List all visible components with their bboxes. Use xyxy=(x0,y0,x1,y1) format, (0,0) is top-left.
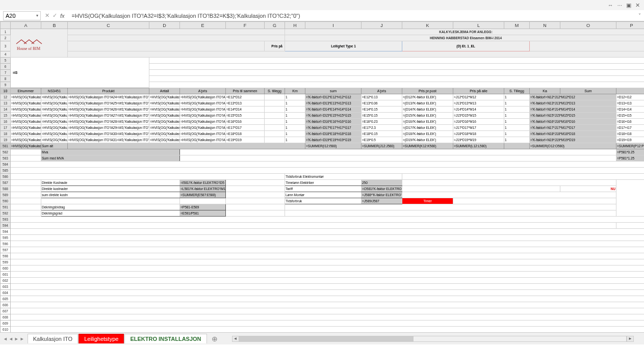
row-header[interactable]: 9 xyxy=(1,82,11,88)
cell[interactable]: =E16*0.23 xyxy=(362,119,402,125)
row-header[interactable]: 596 xyxy=(1,241,11,247)
cell[interactable] xyxy=(180,149,616,155)
cell[interactable]: =E15*D15 xyxy=(226,113,265,119)
right-block-value[interactable]: =J588*'K-faktor ELEKTRO'!B xyxy=(362,192,402,198)
cell[interactable]: =HVIS(OG('Kalkulasj xyxy=(11,131,41,137)
cell[interactable] xyxy=(226,210,285,217)
col-header[interactable]: N xyxy=(530,22,560,29)
cell[interactable]: =D18+I18 xyxy=(616,131,645,137)
cell[interactable]: =HVIS(OG('Kalkulasj xyxy=(149,125,180,131)
sheet-tab-kalkulasjon[interactable]: Kalkulasjon ITO xyxy=(28,334,78,343)
cell[interactable]: =E13*D13 xyxy=(226,100,265,107)
cell[interactable]: =HVIS(OG('Kalkulasj xyxy=(149,94,180,100)
cell[interactable]: =D19+I19 xyxy=(616,137,645,143)
column-headers[interactable]: A B C D E F G H I J K L M N O P xyxy=(1,22,645,29)
cell[interactable]: =E17*2.3 xyxy=(362,125,402,131)
cell[interactable]: =HVIS(OG('Kalkulasj xyxy=(11,137,41,143)
cell[interactable] xyxy=(11,272,645,278)
cell[interactable]: =(D19/'K-faktor ELEK') xyxy=(402,137,453,143)
left-block-value[interactable]: =P581-E589 xyxy=(180,204,226,210)
cell[interactable]: =HVIS(OG('Kalkulasj xyxy=(149,131,180,137)
cell[interactable]: =HVIS(OG('Kalkulasj xyxy=(149,119,180,125)
cell[interactable]: ='K-faktor!=D15*E15*H15*G15 xyxy=(305,113,362,119)
right-block-value[interactable]: 250 xyxy=(362,180,402,186)
select-all-corner[interactable] xyxy=(1,22,11,29)
cell[interactable]: =P581*1.25 xyxy=(616,155,645,162)
cell[interactable]: =D16+I16 xyxy=(616,119,645,125)
cell[interactable] xyxy=(11,314,645,321)
cell[interactable]: ='K-faktor!=D16*E16*H16*G16 xyxy=(305,119,362,125)
cell[interactable]: =HVIS(OG('Kalkul xyxy=(41,137,68,143)
cell[interactable]: =HVIS(OG('Kalkulasjon ITO'!A25=I#3;'Kalk… xyxy=(68,100,149,107)
row-header[interactable]: 581 xyxy=(1,143,11,149)
cell[interactable] xyxy=(11,278,645,284)
field-header[interactable]: S. Tillegg xyxy=(504,88,530,94)
hscroll-right-button[interactable]: ► xyxy=(627,336,634,342)
cell[interactable]: ='K-faktor!=N13*J13*M13*D13 xyxy=(530,100,616,107)
cell[interactable]: =E15*0.15 xyxy=(362,113,402,119)
cell[interactable] xyxy=(149,58,645,64)
row-header[interactable]: 598 xyxy=(1,253,11,259)
cell[interactable] xyxy=(285,210,616,217)
row-header[interactable]: 588 xyxy=(1,186,11,192)
tidsforbruk-header[interactable]: Tidsforbruk Elektromontør xyxy=(285,174,402,180)
col-header[interactable]: G xyxy=(265,22,285,29)
row-header[interactable]: 593 xyxy=(1,217,11,223)
cell[interactable]: =HVIS(OG('Kalkul xyxy=(41,94,68,100)
field-header[interactable] xyxy=(616,88,645,94)
field-header[interactable]: NS3451 xyxy=(41,88,68,94)
col-header[interactable]: C xyxy=(68,22,149,29)
cell[interactable] xyxy=(265,131,285,137)
field-header[interactable]: Km xyxy=(285,88,305,94)
row-header[interactable]: 608 xyxy=(1,314,11,321)
row-header[interactable]: 16 xyxy=(1,119,11,125)
cell[interactable]: 1 xyxy=(504,131,530,137)
cell[interactable] xyxy=(68,41,265,51)
row-header[interactable]: 8 xyxy=(1,76,11,82)
cell[interactable] xyxy=(180,198,226,204)
cell[interactable] xyxy=(265,125,285,131)
right-block-label[interactable]: Lønn Montør xyxy=(285,192,362,198)
cell[interactable]: ='K-faktor!=N19*J19*M19*D19 xyxy=(530,137,616,143)
cell[interactable]: =HVIS(OG('Kalkulasjon ITO'!A xyxy=(180,94,226,100)
row-header[interactable]: 594 xyxy=(1,223,11,229)
hscroll-track[interactable] xyxy=(239,336,627,342)
cell[interactable]: =E18*0.15 xyxy=(362,131,402,137)
left-block-value[interactable]: =L581!'K-faktor ELEKTRO'!M1 xyxy=(180,186,226,192)
row-header[interactable]: 602 xyxy=(1,278,11,284)
hscroll-thumb[interactable] xyxy=(240,336,414,341)
cell[interactable] xyxy=(11,168,645,174)
col-header[interactable]: A xyxy=(11,22,41,29)
cell[interactable] xyxy=(11,174,285,180)
cell[interactable]: =(D17/'K-faktor ELEK') xyxy=(402,125,453,131)
field-header[interactable]: Sum xyxy=(560,88,616,94)
row-header[interactable]: 6 xyxy=(1,64,11,70)
right-block-label[interactable]: Tariff xyxy=(285,186,362,192)
cell[interactable] xyxy=(11,296,645,302)
cell[interactable] xyxy=(11,235,645,241)
field-header[interactable]: A'pris xyxy=(362,88,402,94)
cell[interactable]: =J18*D18*M18 xyxy=(453,131,504,137)
cell[interactable] xyxy=(11,180,41,186)
cell[interactable]: 1 xyxy=(285,107,305,113)
cell[interactable] xyxy=(11,229,645,235)
cell[interactable] xyxy=(11,284,645,290)
cell[interactable]: Mva xyxy=(41,149,180,155)
cell[interactable]: ='K-faktor!=N16*J16*M16*D16 xyxy=(530,119,616,125)
cell[interactable]: =E19*D19 xyxy=(226,137,265,143)
cell[interactable]: =J13*D13*M13 xyxy=(453,100,504,107)
cell[interactable]: ='K-faktor!=D18*E18*H18*G18 xyxy=(305,131,362,137)
cell[interactable]: =HVIS(OG('Kalkulasjon ITO'!A xyxy=(180,119,226,125)
cell[interactable]: =HVIS(OG('Kalkulasjon ITO'!A29=I#3;'Kalk… xyxy=(68,125,149,131)
row-header[interactable]: 583 xyxy=(1,155,11,162)
field-header[interactable]: S. tillegg xyxy=(265,88,285,94)
spreadsheet-grid[interactable]: A B C D E F G H I J K L M N O P 1House o… xyxy=(0,21,644,332)
cell[interactable] xyxy=(68,35,285,41)
cell[interactable] xyxy=(265,107,285,113)
cell[interactable] xyxy=(402,180,616,186)
col-header[interactable]: H xyxy=(285,22,305,29)
cell[interactable]: =E14*0.15 xyxy=(362,107,402,113)
cell[interactable] xyxy=(402,186,560,192)
cell[interactable]: 1 xyxy=(504,94,530,100)
cell[interactable]: 1 xyxy=(285,119,305,125)
